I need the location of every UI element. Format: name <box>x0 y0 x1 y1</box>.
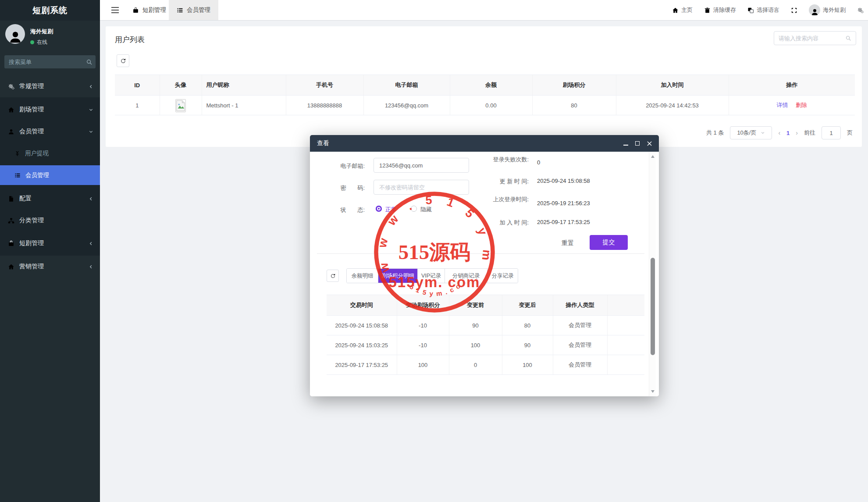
goto-page-input[interactable] <box>822 126 841 139</box>
radio-normal[interactable] <box>376 206 382 212</box>
topbar: 短剧管理 会员管理 主页 清除缓存 选择语言 <box>100 0 868 21</box>
cell-operator-type: 会员管理 <box>553 316 607 335</box>
language-link[interactable]: 选择语言 <box>747 6 779 14</box>
user-menu[interactable]: 海外短剧 <box>809 4 846 16</box>
page-size-value: 10条/页 <box>737 129 756 137</box>
col-header-trade-time: 交易时间 <box>327 295 397 316</box>
person-icon <box>811 7 819 16</box>
login-fail-value: 0 <box>537 159 540 166</box>
fullscreen-button[interactable] <box>791 7 797 14</box>
cell-points-change: -10 <box>397 316 449 335</box>
sidebar-item-label: 会员管理 <box>25 171 49 179</box>
sidebar-item-general[interactable]: 常规管理 <box>0 75 100 97</box>
tab-share-records[interactable]: 分享记录 <box>487 269 518 283</box>
cell-balance: 0.00 <box>450 96 532 115</box>
divider <box>317 253 644 254</box>
tab-member-manage[interactable]: 会员管理 <box>169 0 218 20</box>
cell-operator-type: 会员管理 <box>553 355 607 375</box>
email-input[interactable] <box>374 158 469 173</box>
col-header-actions: 操作 <box>729 75 855 96</box>
user-table-header-row: ID 头像 用户昵称 手机号 电子邮箱 余额 剧场积分 加入时间 操作 <box>115 75 855 96</box>
settings-button[interactable] <box>857 7 864 14</box>
chevron-left-icon <box>89 241 93 246</box>
col-header-points: 剧场积分 <box>532 75 616 96</box>
tab-vip-records[interactable]: VIP记录 <box>418 269 445 283</box>
password-input[interactable] <box>374 180 469 195</box>
sidebar-item-label: 剧场管理 <box>19 106 44 114</box>
search-icon[interactable] <box>845 35 851 41</box>
cell-nickname: Mettshort - 1 <box>202 96 286 115</box>
clear-cache-link[interactable]: 清除缓存 <box>704 6 736 14</box>
sidebar-item-config[interactable]: 配置 <box>0 188 100 210</box>
current-page[interactable]: 1 <box>786 130 790 136</box>
next-page-button[interactable]: › <box>796 129 798 136</box>
cell-operator-type: 会员管理 <box>553 335 607 355</box>
search-input[interactable] <box>779 35 845 42</box>
cell-before: 90 <box>449 316 502 335</box>
col-header-phone: 手机号 <box>286 75 363 96</box>
col-header-nickname: 用户昵称 <box>202 75 286 96</box>
chevron-left-icon <box>89 196 93 201</box>
bag-icon <box>132 7 139 14</box>
sidebar-item-user-withdraw[interactable]: 用户提现 <box>0 142 100 164</box>
tab-balance-detail[interactable]: 余额明细 <box>347 269 378 283</box>
bag-icon <box>8 240 14 247</box>
chevron-down-icon <box>89 107 93 112</box>
detail-link[interactable]: 详情 <box>776 102 788 108</box>
prev-page-button[interactable]: ‹ <box>778 129 780 136</box>
page-size-select[interactable]: 10条/页 <box>730 126 772 139</box>
sidebar-item-drama[interactable]: 短剧管理 <box>0 232 100 254</box>
reset-button[interactable]: 重置 <box>562 239 574 247</box>
scroll-up-icon[interactable] <box>651 155 655 158</box>
join-time-label: 加 入 时 间: <box>491 219 529 226</box>
gears-icon <box>857 7 864 14</box>
sidebar-user-status: 在线 <box>37 39 47 46</box>
modal-titlebar[interactable]: 查看 <box>310 135 659 152</box>
minimize-icon[interactable] <box>623 141 628 146</box>
maximize-icon[interactable] <box>635 141 640 146</box>
goto-label: 前往 <box>804 129 815 137</box>
sidebar-item-members[interactable]: 会员管理 <box>0 121 100 142</box>
hamburger-icon[interactable] <box>106 0 124 20</box>
col-header-avatar: 头像 <box>160 75 202 96</box>
submit-button[interactable]: 提交 <box>590 235 628 250</box>
sidebar-item-theater[interactable]: 剧场管理 <box>0 99 100 121</box>
modal-scrollbar[interactable] <box>649 152 656 396</box>
sidebar-search-input[interactable] <box>9 59 86 65</box>
cell-avatar <box>160 96 202 115</box>
radio-hidden-label[interactable]: 隐藏 <box>420 206 432 214</box>
screen: 短剧系统 海外短剧 在线 常规管理 剧场管理 <box>0 0 868 502</box>
refresh-button[interactable] <box>117 54 129 67</box>
radio-hidden[interactable] <box>411 206 417 212</box>
scrollbar-thumb[interactable] <box>651 258 655 355</box>
login-fail-label: 登录失败次数: <box>491 156 529 163</box>
cell-phone: 13888888888 <box>286 96 363 115</box>
password-label: 密 码: <box>324 184 365 192</box>
sidebar-item-label: 配置 <box>19 195 32 203</box>
home-link[interactable]: 主页 <box>672 6 693 14</box>
tab-theater-points-detail[interactable]: 剧场积分明细 <box>378 269 418 283</box>
chevron-down-icon <box>761 131 765 135</box>
search-icon[interactable] <box>86 59 92 65</box>
cell-id: 1 <box>115 96 160 115</box>
radio-normal-label[interactable]: 正常 <box>385 206 397 214</box>
delete-link[interactable]: 删除 <box>796 102 807 108</box>
records-refresh-button[interactable] <box>327 270 339 282</box>
topbar-user-name: 海外短剧 <box>823 6 846 14</box>
pagination-total: 共 1 条 <box>706 129 724 137</box>
sidebar-item-category[interactable]: 分类管理 <box>0 210 100 231</box>
list-icon <box>14 172 21 178</box>
broken-image-icon <box>175 99 186 112</box>
sidebar-item-member-manage-active[interactable]: 会员管理 <box>0 165 100 185</box>
topbar-right: 主页 清除缓存 选择语言 海外短剧 <box>672 0 864 20</box>
tab-drama-manage[interactable]: 短剧管理 <box>125 0 174 20</box>
tab-distributor-records[interactable]: 分销商记录 <box>445 269 487 283</box>
list-icon <box>177 7 183 14</box>
last-login-value: 2025-09-19 21:56:23 <box>537 200 590 206</box>
scroll-down-icon[interactable] <box>651 390 655 393</box>
table-row: 2025-09-17 17:53:25 100 0 100 会员管理 <box>327 355 644 375</box>
clear-cache-label: 清除缓存 <box>713 6 736 14</box>
record-tabs: 余额明细 剧场积分明细 VIP记录 分销商记录 分享记录 <box>346 268 518 283</box>
sidebar-item-marketing[interactable]: 营销管理 <box>0 256 100 278</box>
close-icon[interactable] <box>647 141 652 146</box>
